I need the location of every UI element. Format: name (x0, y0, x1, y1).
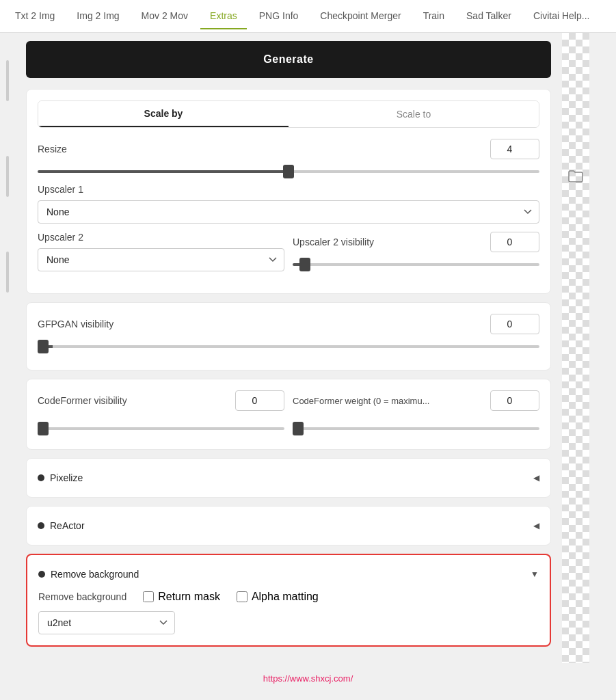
upscaler1-label: Upscaler 1 (38, 184, 539, 195)
alpha-matting-label: Alpha matting (252, 591, 319, 603)
side-icons (0, 33, 15, 663)
reactor-label-group: ReActor (38, 520, 85, 531)
scale-to-tab[interactable]: Scale to (289, 101, 539, 127)
content-area: Generate Scale by Scale to Resize Upscal… (15, 33, 562, 663)
codeformer-weight-label: CodeFormer weight (0 = maximu... (293, 396, 429, 406)
tab-sadtalker[interactable]: Sad Talker (457, 3, 521, 29)
upscaler2-left: Upscaler 2 None (38, 232, 284, 271)
side-icon-2 (6, 156, 9, 197)
codeformer-weight-slider-col (293, 420, 539, 433)
codeformer-weight-input[interactable] (490, 390, 539, 411)
scale-by-tab[interactable]: Scale by (38, 101, 289, 127)
remove-bg-arrow-icon (531, 569, 539, 579)
resize-slider-container (38, 163, 539, 176)
upscaler2-visibility-input[interactable] (490, 232, 539, 252)
side-icon-1 (6, 60, 9, 101)
scale-card: Scale by Scale to Resize Upscaler 1 None (26, 89, 551, 294)
watermark: https://www.shxcj.com/ (263, 673, 353, 684)
alpha-matting-row: Alpha matting (237, 591, 319, 603)
reactor-dot (38, 522, 44, 529)
upscaler2-visibility-row: Upscaler 2 visibility (293, 232, 539, 252)
codeformer-visibility-row: CodeFormer visibility (38, 390, 284, 411)
codeformer-visibility-slider-col (38, 420, 284, 433)
return-mask-row: Return mask (143, 591, 220, 603)
upscaler2-row: Upscaler 2 None Upscaler 2 visibility (38, 232, 539, 277)
gfpgan-slider[interactable] (38, 345, 539, 348)
gfpgan-row: GFPGAN visibility (38, 314, 539, 334)
codeformer-weight-slider[interactable] (293, 427, 539, 430)
side-icon-3 (6, 252, 9, 293)
pixelize-dot (38, 474, 44, 481)
remove-bg-dot (38, 571, 45, 578)
pixelize-collapse-header[interactable]: Pixelize (38, 470, 539, 486)
remove-bg-label-group: Remove background (38, 569, 139, 580)
reactor-card: ReActor (26, 506, 551, 546)
tab-checkpoint[interactable]: Checkpoint Merger (310, 3, 410, 29)
pixelize-label: Pixelize (50, 472, 83, 483)
return-mask-checkbox[interactable] (143, 591, 154, 602)
remove-bg-label: Remove background (51, 569, 139, 580)
main-layout: Generate Scale by Scale to Resize Upscal… (0, 33, 616, 663)
reactor-label: ReActor (50, 520, 85, 531)
tab-civitai[interactable]: Civitai Help... (524, 3, 599, 29)
pixelize-card: Pixelize (26, 458, 551, 498)
folder-icon[interactable] (567, 170, 584, 183)
upscaler2-select[interactable]: None (38, 248, 284, 271)
generate-button[interactable]: Generate (26, 41, 551, 78)
codeformer-visibility-label: CodeFormer visibility (38, 395, 127, 406)
tab-extras[interactable]: Extras (200, 3, 247, 29)
pixelize-arrow-icon (533, 473, 539, 483)
tab-txt2img[interactable]: Txt 2 Img (5, 3, 64, 29)
upscaler2-visibility-slider-container (293, 256, 539, 269)
resize-row: Resize (38, 139, 539, 159)
alpha-matting-checkbox[interactable] (237, 591, 247, 602)
gfpgan-label: GFPGAN visibility (38, 319, 113, 329)
upscaler2-right: Upscaler 2 visibility (293, 232, 539, 277)
reactor-collapse-header[interactable]: ReActor (38, 517, 539, 534)
resize-label: Resize (38, 144, 67, 154)
reactor-arrow-icon (533, 521, 539, 530)
upscaler2-visibility-label: Upscaler 2 visibility (293, 237, 374, 247)
codeformer-sliders-row (38, 420, 539, 433)
remove-bg-model-select[interactable]: u2net (38, 611, 175, 634)
resize-input[interactable] (490, 139, 539, 159)
top-nav: Txt 2 Img Img 2 Img Mov 2 Mov Extras PNG… (0, 0, 616, 33)
upscaler2-label: Upscaler 2 (38, 232, 284, 243)
return-mask-label: Return mask (158, 591, 220, 603)
gfpgan-slider-container (38, 338, 539, 351)
pixelize-label-group: Pixelize (38, 472, 83, 483)
remove-background-card: Remove background Remove background Retu… (26, 554, 551, 647)
tab-img2img[interactable]: Img 2 Img (67, 3, 129, 29)
tab-pnginfo[interactable]: PNG Info (250, 3, 308, 29)
gfpgan-card: GFPGAN visibility (26, 302, 551, 371)
gfpgan-input[interactable] (490, 314, 539, 334)
remove-bg-options-row: Remove background Return mask Alpha matt… (38, 591, 539, 603)
right-panel (562, 33, 589, 663)
codeformer-weight-col: CodeFormer weight (0 = maximu... (293, 390, 539, 415)
upscaler2-visibility-slider[interactable] (293, 263, 539, 266)
codeformer-visibility-col: CodeFormer visibility (38, 390, 284, 415)
upscaler1-section: Upscaler 1 None (38, 184, 539, 224)
codeformer-weight-row: CodeFormer weight (0 = maximu... (293, 390, 539, 411)
tab-mov2mov[interactable]: Mov 2 Mov (132, 3, 198, 29)
remove-bg-field-label: Remove background (38, 591, 126, 602)
codeformer-visibility-input[interactable] (235, 390, 284, 411)
codeformer-card: CodeFormer visibility CodeFormer weight … (26, 379, 551, 450)
upscaler1-select[interactable]: None (38, 200, 539, 224)
codeformer-visibility-slider[interactable] (38, 427, 284, 430)
resize-slider[interactable] (38, 170, 539, 173)
tab-train[interactable]: Train (414, 3, 454, 29)
remove-bg-model-container: u2net (38, 611, 175, 634)
codeformer-top-row: CodeFormer visibility CodeFormer weight … (38, 390, 539, 415)
remove-bg-collapse-header[interactable]: Remove background (38, 566, 539, 582)
scale-tab-group: Scale by Scale to (38, 100, 539, 128)
